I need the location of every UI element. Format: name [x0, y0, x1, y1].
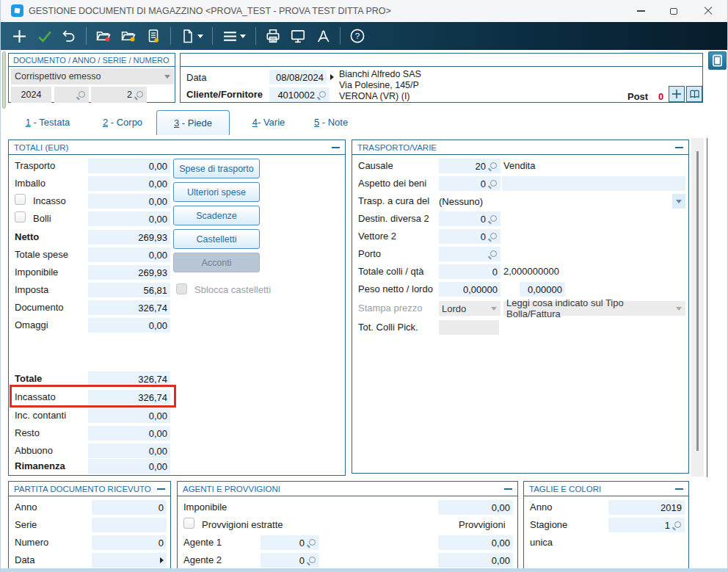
arrow-right-icon[interactable]: [160, 557, 164, 563]
search-icon[interactable]: [307, 556, 316, 565]
partita-data-field[interactable]: [92, 553, 167, 568]
options-menu-button[interactable]: [217, 25, 251, 47]
agente1-label: Agente 1: [183, 537, 222, 548]
confirm-button[interactable]: [32, 25, 57, 47]
provvigioni-estratte-checkbox[interactable]: [183, 518, 194, 529]
search-icon[interactable]: [488, 232, 498, 242]
agente2-field[interactable]: 0: [261, 553, 319, 568]
minimize-button[interactable]: [625, 0, 656, 22]
vertical-scrollbar[interactable]: [691, 138, 704, 477]
close-button[interactable]: [693, 0, 724, 22]
destin-diversa-field[interactable]: 0: [439, 211, 500, 226]
open-document-button[interactable]: [91, 25, 116, 47]
collapse-icon[interactable]: [675, 147, 683, 148]
abbuono-field[interactable]: 0,00: [88, 444, 170, 458]
collapse-icon[interactable]: [675, 488, 683, 490]
title-bar: GESTIONE DOCUMENTI DI MAGAZZINO <PROVA_T…: [1, 0, 728, 22]
collapse-icon[interactable]: [157, 488, 165, 490]
undo-button[interactable]: [57, 25, 81, 47]
incassato-field[interactable]: 326,74: [88, 390, 170, 405]
partita-serie-field[interactable]: [92, 518, 167, 532]
spese-trasporto-button[interactable]: Spese di trasporto: [173, 159, 260, 178]
agente2-provvigione-field[interactable]: 0,00: [438, 553, 513, 568]
numero-field[interactable]: 2: [91, 87, 147, 103]
taglie-anno-field[interactable]: 2019: [608, 500, 685, 515]
tab-label: - Corpo: [108, 117, 142, 128]
ulteriori-spese-button[interactable]: Ulteriori spese: [173, 182, 260, 202]
partita-anno-field[interactable]: 0: [92, 500, 167, 515]
toolbar-separator: [212, 27, 213, 45]
tab-varie[interactable]: 4- Varie: [239, 110, 298, 134]
stagione-field[interactable]: 1: [608, 518, 685, 532]
search-icon[interactable]: [134, 90, 144, 100]
stagione-descr: unica: [530, 537, 553, 548]
cliente-code: 4010002: [277, 90, 315, 101]
agente1-provvigione-field[interactable]: 0,00: [438, 535, 513, 550]
help-button[interactable]: ?: [345, 25, 370, 47]
document-list-button[interactable]: [141, 25, 166, 47]
trasporto-field[interactable]: 0,00: [88, 159, 170, 173]
omaggi-field[interactable]: 0,00: [88, 318, 170, 333]
tab-testata[interactable]: 1 - Testata: [14, 110, 81, 134]
imposta-field: 56,81: [88, 283, 170, 297]
bolli-field[interactable]: 0,00: [88, 211, 170, 226]
scadenze-button[interactable]: Scadenze: [173, 206, 260, 225]
bolli-checkbox[interactable]: [15, 211, 26, 222]
partita-numero-field[interactable]: 0: [92, 535, 167, 550]
totale-colli-field[interactable]: 0: [439, 264, 500, 279]
vettore-field[interactable]: 0: [439, 229, 500, 244]
search-icon[interactable]: [672, 521, 682, 530]
anno-field[interactable]: 2024: [11, 87, 51, 103]
side-panel-button[interactable]: [708, 51, 727, 70]
aspetto-field[interactable]: 0: [439, 176, 500, 191]
search-icon[interactable]: [488, 179, 498, 189]
serie-field[interactable]: [54, 87, 89, 103]
arrow-right-icon[interactable]: [330, 74, 334, 80]
provvigioni-label: Provvigioni: [459, 519, 506, 530]
incasso-label: Incasso: [33, 195, 66, 206]
inc-contanti-field[interactable]: 0,00: [88, 408, 170, 423]
incasso-field[interactable]: 0,00: [88, 194, 170, 209]
search-icon[interactable]: [76, 90, 86, 100]
stampa-mode-dropdown: Leggi cosa indicato sul Tipo Bolla/Fattu…: [503, 301, 685, 316]
search-icon[interactable]: [488, 162, 498, 171]
search-icon[interactable]: [488, 250, 498, 259]
agente1-field[interactable]: 0: [261, 535, 319, 550]
new-document-menu-button[interactable]: [175, 25, 208, 47]
search-icon[interactable]: [307, 538, 316, 548]
print-button[interactable]: [261, 25, 285, 47]
trasporto-label: Trasporto: [15, 160, 55, 171]
porto-field[interactable]: [439, 247, 500, 261]
imballo-field[interactable]: 0,00: [88, 176, 170, 191]
scrollbar-thumb[interactable]: [696, 151, 699, 451]
tab-note[interactable]: 5 - Note: [303, 110, 359, 134]
preview-button[interactable]: [285, 25, 310, 47]
aspetto-desc-field[interactable]: [502, 176, 685, 191]
open-list-button[interactable]: [116, 25, 141, 47]
causale-field[interactable]: 20: [439, 159, 500, 173]
chevron-down-icon: [240, 35, 246, 38]
tab-piede[interactable]: 3 - Piede: [156, 110, 230, 135]
pdf-button[interactable]: [310, 25, 335, 47]
data-field[interactable]: 08/08/2024: [269, 70, 327, 84]
peso-netto-field[interactable]: 0,00000: [439, 282, 500, 297]
notes-book-button[interactable]: [686, 86, 702, 102]
collapse-icon[interactable]: [332, 147, 340, 148]
trasp-a-cura-dropdown[interactable]: (Nessuno): [439, 194, 685, 209]
search-icon[interactable]: [317, 90, 327, 100]
aspetto-code: 0: [481, 178, 486, 189]
dropdown-caret-box[interactable]: [672, 194, 685, 209]
maximize-button[interactable]: [658, 0, 689, 22]
taglie-panel: TAGLIE E COLORI Anno 2019 Stagione 1 uni…: [523, 481, 689, 569]
collapse-icon[interactable]: [504, 488, 512, 490]
chevron-down-icon: [676, 307, 682, 311]
cliente-field[interactable]: 4010002: [269, 87, 330, 102]
tab-corpo[interactable]: 2 - Corpo: [89, 110, 156, 134]
post-add-button[interactable]: [669, 86, 685, 102]
search-icon[interactable]: [488, 214, 498, 224]
document-type-dropdown[interactable]: Corrispettivo emesso: [11, 68, 174, 84]
peso-lordo-field[interactable]: 0,00000: [520, 282, 565, 297]
incasso-checkbox[interactable]: [15, 194, 26, 205]
new-button[interactable]: [7, 25, 32, 47]
castelletti-button[interactable]: Castelletti: [173, 229, 260, 249]
